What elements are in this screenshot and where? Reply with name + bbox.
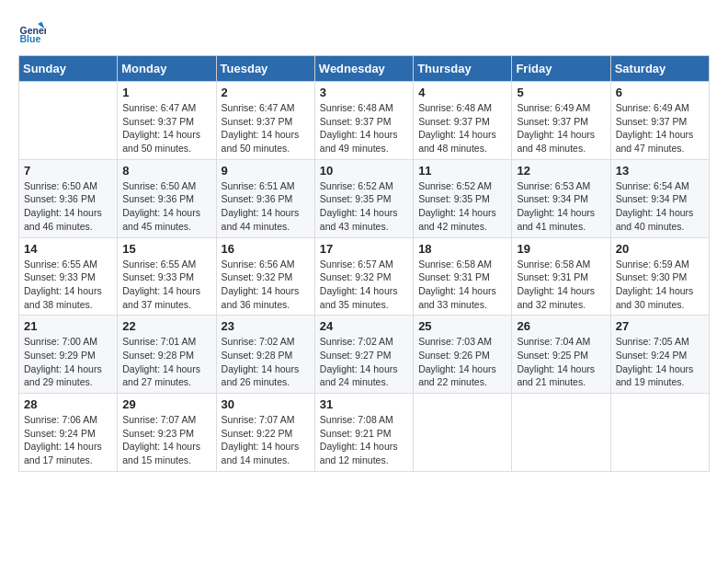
calendar-cell: 25Sunrise: 7:03 AM Sunset: 9:26 PM Dayli… bbox=[414, 316, 512, 394]
weekday-wednesday: Wednesday bbox=[314, 56, 413, 82]
calendar-cell bbox=[19, 82, 118, 160]
calendar-cell bbox=[414, 394, 512, 472]
calendar-cell: 1Sunrise: 6:47 AM Sunset: 9:37 PM Daylig… bbox=[118, 82, 216, 160]
day-info: Sunrise: 6:50 AM Sunset: 9:36 PM Dayligh… bbox=[24, 179, 112, 234]
calendar-cell: 26Sunrise: 7:04 AM Sunset: 9:25 PM Dayli… bbox=[512, 316, 610, 394]
calendar-table: SundayMondayTuesdayWednesdayThursdayFrid… bbox=[18, 55, 710, 472]
calendar-cell: 9Sunrise: 6:51 AM Sunset: 9:36 PM Daylig… bbox=[216, 159, 314, 237]
day-info: Sunrise: 6:50 AM Sunset: 9:36 PM Dayligh… bbox=[122, 179, 210, 234]
calendar-cell: 27Sunrise: 7:05 AM Sunset: 9:24 PM Dayli… bbox=[610, 316, 709, 394]
weekday-monday: Monday bbox=[118, 56, 216, 82]
day-info: Sunrise: 7:02 AM Sunset: 9:28 PM Dayligh… bbox=[222, 335, 310, 389]
calendar-cell: 24Sunrise: 7:02 AM Sunset: 9:27 PM Dayli… bbox=[314, 316, 413, 394]
week-row-4: 28Sunrise: 7:06 AM Sunset: 9:24 PM Dayli… bbox=[19, 394, 710, 472]
day-info: Sunrise: 6:52 AM Sunset: 9:35 PM Dayligh… bbox=[320, 179, 408, 234]
day-info: Sunrise: 7:04 AM Sunset: 9:25 PM Dayligh… bbox=[517, 335, 605, 389]
day-info: Sunrise: 7:08 AM Sunset: 9:21 PM Dayligh… bbox=[320, 413, 408, 467]
day-number: 3 bbox=[320, 86, 408, 99]
day-number: 17 bbox=[320, 242, 408, 256]
day-info: Sunrise: 7:07 AM Sunset: 9:23 PM Dayligh… bbox=[122, 413, 210, 467]
day-info: Sunrise: 7:05 AM Sunset: 9:24 PM Dayligh… bbox=[616, 335, 704, 389]
day-number: 9 bbox=[222, 164, 310, 178]
week-row-2: 14Sunrise: 6:55 AM Sunset: 9:33 PM Dayli… bbox=[19, 237, 710, 316]
svg-text:Blue: Blue bbox=[20, 33, 41, 44]
calendar-cell: 18Sunrise: 6:58 AM Sunset: 9:31 PM Dayli… bbox=[414, 237, 512, 316]
calendar-cell: 22Sunrise: 7:01 AM Sunset: 9:28 PM Dayli… bbox=[118, 316, 216, 394]
calendar-cell: 14Sunrise: 6:55 AM Sunset: 9:33 PM Dayli… bbox=[19, 237, 118, 316]
day-number: 24 bbox=[320, 319, 408, 333]
calendar-cell bbox=[512, 394, 610, 472]
day-number: 26 bbox=[517, 319, 605, 333]
day-number: 5 bbox=[517, 86, 605, 99]
day-info: Sunrise: 6:57 AM Sunset: 9:32 PM Dayligh… bbox=[320, 258, 408, 312]
calendar-cell: 10Sunrise: 6:52 AM Sunset: 9:35 PM Dayli… bbox=[314, 159, 413, 237]
day-number: 13 bbox=[616, 164, 704, 178]
calendar-cell: 30Sunrise: 7:07 AM Sunset: 9:22 PM Dayli… bbox=[216, 394, 314, 472]
day-number: 21 bbox=[24, 319, 112, 333]
day-number: 10 bbox=[320, 164, 408, 178]
weekday-friday: Friday bbox=[512, 56, 610, 82]
weekday-sunday: Sunday bbox=[19, 56, 118, 82]
day-number: 18 bbox=[418, 242, 506, 256]
calendar-cell: 16Sunrise: 6:56 AM Sunset: 9:32 PM Dayli… bbox=[216, 237, 314, 316]
day-info: Sunrise: 6:52 AM Sunset: 9:35 PM Dayligh… bbox=[418, 179, 506, 234]
day-number: 29 bbox=[122, 397, 210, 411]
calendar-cell: 8Sunrise: 6:50 AM Sunset: 9:36 PM Daylig… bbox=[118, 159, 216, 237]
day-info: Sunrise: 6:53 AM Sunset: 9:34 PM Dayligh… bbox=[517, 179, 605, 234]
day-info: Sunrise: 6:47 AM Sunset: 9:37 PM Dayligh… bbox=[122, 101, 210, 155]
day-info: Sunrise: 6:58 AM Sunset: 9:31 PM Dayligh… bbox=[517, 258, 605, 312]
calendar-header: SundayMondayTuesdayWednesdayThursdayFrid… bbox=[19, 56, 710, 82]
day-info: Sunrise: 7:03 AM Sunset: 9:26 PM Dayligh… bbox=[418, 335, 506, 389]
calendar-cell: 28Sunrise: 7:06 AM Sunset: 9:24 PM Dayli… bbox=[19, 394, 118, 472]
day-number: 14 bbox=[24, 242, 112, 256]
day-number: 20 bbox=[616, 242, 704, 256]
day-info: Sunrise: 6:54 AM Sunset: 9:34 PM Dayligh… bbox=[616, 179, 704, 234]
calendar-cell: 3Sunrise: 6:48 AM Sunset: 9:37 PM Daylig… bbox=[314, 82, 413, 160]
day-info: Sunrise: 6:48 AM Sunset: 9:37 PM Dayligh… bbox=[418, 101, 506, 155]
day-number: 15 bbox=[122, 242, 210, 256]
day-info: Sunrise: 7:02 AM Sunset: 9:27 PM Dayligh… bbox=[320, 335, 408, 389]
day-info: Sunrise: 7:01 AM Sunset: 9:28 PM Dayligh… bbox=[122, 335, 210, 389]
weekday-tuesday: Tuesday bbox=[216, 56, 314, 82]
calendar-cell bbox=[610, 394, 709, 472]
calendar-cell: 6Sunrise: 6:49 AM Sunset: 9:37 PM Daylig… bbox=[610, 82, 709, 160]
calendar-cell: 31Sunrise: 7:08 AM Sunset: 9:21 PM Dayli… bbox=[314, 394, 413, 472]
day-number: 28 bbox=[24, 397, 112, 411]
day-info: Sunrise: 7:07 AM Sunset: 9:22 PM Dayligh… bbox=[222, 413, 310, 467]
calendar-cell: 29Sunrise: 7:07 AM Sunset: 9:23 PM Dayli… bbox=[118, 394, 216, 472]
calendar-cell: 11Sunrise: 6:52 AM Sunset: 9:35 PM Dayli… bbox=[414, 159, 512, 237]
day-number: 1 bbox=[122, 86, 210, 99]
week-row-0: 1Sunrise: 6:47 AM Sunset: 9:37 PM Daylig… bbox=[19, 82, 710, 160]
day-number: 16 bbox=[222, 242, 310, 256]
day-number: 2 bbox=[222, 86, 310, 99]
day-number: 12 bbox=[517, 164, 605, 178]
day-number: 19 bbox=[517, 242, 605, 256]
day-info: Sunrise: 7:06 AM Sunset: 9:24 PM Dayligh… bbox=[24, 413, 112, 467]
day-number: 6 bbox=[616, 86, 704, 99]
calendar-cell: 2Sunrise: 6:47 AM Sunset: 9:37 PM Daylig… bbox=[216, 82, 314, 160]
weekday-saturday: Saturday bbox=[610, 56, 709, 82]
day-info: Sunrise: 6:56 AM Sunset: 9:32 PM Dayligh… bbox=[222, 258, 310, 312]
day-info: Sunrise: 6:48 AM Sunset: 9:37 PM Dayligh… bbox=[320, 101, 408, 155]
day-number: 8 bbox=[122, 164, 210, 178]
calendar-cell: 21Sunrise: 7:00 AM Sunset: 9:29 PM Dayli… bbox=[19, 316, 118, 394]
calendar-cell: 13Sunrise: 6:54 AM Sunset: 9:34 PM Dayli… bbox=[610, 159, 709, 237]
day-number: 11 bbox=[418, 164, 506, 178]
day-info: Sunrise: 6:59 AM Sunset: 9:30 PM Dayligh… bbox=[616, 258, 704, 312]
logo-icon: General Blue bbox=[18, 18, 46, 46]
calendar-cell: 12Sunrise: 6:53 AM Sunset: 9:34 PM Dayli… bbox=[512, 159, 610, 237]
day-number: 4 bbox=[418, 86, 506, 99]
day-number: 25 bbox=[418, 319, 506, 333]
day-info: Sunrise: 6:47 AM Sunset: 9:37 PM Dayligh… bbox=[222, 101, 310, 155]
calendar-cell: 20Sunrise: 6:59 AM Sunset: 9:30 PM Dayli… bbox=[610, 237, 709, 316]
day-info: Sunrise: 7:00 AM Sunset: 9:29 PM Dayligh… bbox=[24, 335, 112, 389]
day-info: Sunrise: 6:55 AM Sunset: 9:33 PM Dayligh… bbox=[24, 258, 112, 312]
day-info: Sunrise: 6:55 AM Sunset: 9:33 PM Dayligh… bbox=[122, 258, 210, 312]
calendar-cell: 15Sunrise: 6:55 AM Sunset: 9:33 PM Dayli… bbox=[118, 237, 216, 316]
day-number: 31 bbox=[320, 397, 408, 411]
weekday-thursday: Thursday bbox=[414, 56, 512, 82]
day-info: Sunrise: 6:49 AM Sunset: 9:37 PM Dayligh… bbox=[616, 101, 704, 155]
day-number: 23 bbox=[222, 319, 310, 333]
day-info: Sunrise: 6:58 AM Sunset: 9:31 PM Dayligh… bbox=[418, 258, 506, 312]
day-info: Sunrise: 6:51 AM Sunset: 9:36 PM Dayligh… bbox=[222, 179, 310, 234]
